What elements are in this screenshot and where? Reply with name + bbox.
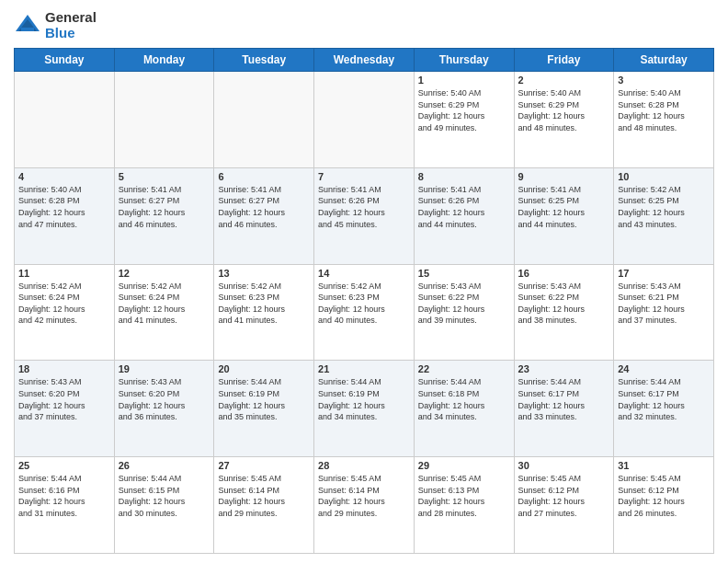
day-header-tuesday: Tuesday bbox=[214, 49, 314, 72]
day-header-wednesday: Wednesday bbox=[314, 49, 415, 72]
calendar-cell: 6Sunrise: 5:41 AM Sunset: 6:27 PM Daylig… bbox=[214, 167, 314, 264]
day-number: 10 bbox=[618, 171, 710, 182]
calendar-cell bbox=[114, 72, 214, 168]
day-info: Sunrise: 5:41 AM Sunset: 6:27 PM Dayligh… bbox=[218, 184, 310, 230]
calendar-cell: 11Sunrise: 5:42 AM Sunset: 6:24 PM Dayli… bbox=[15, 264, 115, 361]
day-info: Sunrise: 5:40 AM Sunset: 6:29 PM Dayligh… bbox=[518, 87, 610, 133]
day-header-monday: Monday bbox=[114, 49, 214, 72]
day-header-friday: Friday bbox=[514, 49, 614, 72]
calendar-cell: 31Sunrise: 5:45 AM Sunset: 6:12 PM Dayli… bbox=[614, 457, 714, 554]
calendar-cell: 1Sunrise: 5:40 AM Sunset: 6:29 PM Daylig… bbox=[414, 72, 514, 168]
day-number: 26 bbox=[119, 460, 210, 471]
day-number: 30 bbox=[518, 460, 610, 471]
day-number: 24 bbox=[618, 363, 710, 374]
day-number: 23 bbox=[518, 363, 610, 374]
day-info: Sunrise: 5:41 AM Sunset: 6:26 PM Dayligh… bbox=[418, 184, 510, 230]
day-info: Sunrise: 5:41 AM Sunset: 6:27 PM Dayligh… bbox=[119, 184, 210, 230]
day-info: Sunrise: 5:44 AM Sunset: 6:18 PM Dayligh… bbox=[418, 376, 510, 422]
day-info: Sunrise: 5:45 AM Sunset: 6:14 PM Dayligh… bbox=[218, 473, 310, 519]
calendar-header-row: SundayMondayTuesdayWednesdayThursdayFrid… bbox=[15, 49, 714, 72]
day-header-thursday: Thursday bbox=[414, 49, 514, 72]
calendar-week-row: 18Sunrise: 5:43 AM Sunset: 6:20 PM Dayli… bbox=[15, 361, 714, 457]
day-info: Sunrise: 5:42 AM Sunset: 6:24 PM Dayligh… bbox=[119, 281, 210, 327]
calendar-cell: 19Sunrise: 5:43 AM Sunset: 6:20 PM Dayli… bbox=[114, 361, 214, 457]
calendar-cell: 29Sunrise: 5:45 AM Sunset: 6:13 PM Dayli… bbox=[414, 457, 514, 554]
calendar-cell: 30Sunrise: 5:45 AM Sunset: 6:12 PM Dayli… bbox=[514, 457, 614, 554]
day-info: Sunrise: 5:40 AM Sunset: 6:28 PM Dayligh… bbox=[618, 87, 710, 133]
calendar-cell: 9Sunrise: 5:41 AM Sunset: 6:25 PM Daylig… bbox=[514, 167, 614, 264]
calendar-week-row: 25Sunrise: 5:44 AM Sunset: 6:16 PM Dayli… bbox=[15, 457, 714, 554]
calendar-cell: 27Sunrise: 5:45 AM Sunset: 6:14 PM Dayli… bbox=[214, 457, 314, 554]
calendar-cell: 21Sunrise: 5:44 AM Sunset: 6:19 PM Dayli… bbox=[314, 361, 415, 457]
day-info: Sunrise: 5:41 AM Sunset: 6:25 PM Dayligh… bbox=[518, 184, 610, 230]
day-info: Sunrise: 5:43 AM Sunset: 6:20 PM Dayligh… bbox=[119, 376, 210, 422]
day-info: Sunrise: 5:45 AM Sunset: 6:13 PM Dayligh… bbox=[418, 473, 510, 519]
day-number: 11 bbox=[18, 268, 110, 279]
calendar-cell: 14Sunrise: 5:42 AM Sunset: 6:23 PM Dayli… bbox=[314, 264, 415, 361]
day-number: 27 bbox=[218, 460, 310, 471]
page: General Blue SundayMondayTuesdayWednesda… bbox=[0, 0, 728, 563]
calendar-cell: 5Sunrise: 5:41 AM Sunset: 6:27 PM Daylig… bbox=[114, 167, 214, 264]
calendar-cell: 26Sunrise: 5:44 AM Sunset: 6:15 PM Dayli… bbox=[114, 457, 214, 554]
day-info: Sunrise: 5:45 AM Sunset: 6:14 PM Dayligh… bbox=[318, 473, 410, 519]
calendar-week-row: 1Sunrise: 5:40 AM Sunset: 6:29 PM Daylig… bbox=[15, 72, 714, 168]
day-number: 6 bbox=[218, 171, 310, 182]
day-info: Sunrise: 5:42 AM Sunset: 6:23 PM Dayligh… bbox=[318, 281, 410, 327]
day-number: 22 bbox=[418, 363, 510, 374]
day-info: Sunrise: 5:44 AM Sunset: 6:19 PM Dayligh… bbox=[318, 376, 410, 422]
calendar-cell: 10Sunrise: 5:42 AM Sunset: 6:25 PM Dayli… bbox=[614, 167, 714, 264]
day-info: Sunrise: 5:43 AM Sunset: 6:21 PM Dayligh… bbox=[618, 281, 710, 327]
calendar-cell: 22Sunrise: 5:44 AM Sunset: 6:18 PM Dayli… bbox=[414, 361, 514, 457]
calendar-cell: 23Sunrise: 5:44 AM Sunset: 6:17 PM Dayli… bbox=[514, 361, 614, 457]
calendar-cell: 13Sunrise: 5:42 AM Sunset: 6:23 PM Dayli… bbox=[214, 264, 314, 361]
calendar-table: SundayMondayTuesdayWednesdayThursdayFrid… bbox=[14, 48, 714, 554]
day-number: 28 bbox=[318, 460, 410, 471]
calendar-cell bbox=[214, 72, 314, 168]
calendar-cell: 15Sunrise: 5:43 AM Sunset: 6:22 PM Dayli… bbox=[414, 264, 514, 361]
day-number: 8 bbox=[418, 171, 510, 182]
day-number: 19 bbox=[119, 363, 210, 374]
day-number: 31 bbox=[618, 460, 710, 471]
day-number: 20 bbox=[218, 363, 310, 374]
day-info: Sunrise: 5:43 AM Sunset: 6:22 PM Dayligh… bbox=[418, 281, 510, 327]
day-info: Sunrise: 5:44 AM Sunset: 6:16 PM Dayligh… bbox=[18, 473, 110, 519]
day-number: 18 bbox=[18, 363, 110, 374]
calendar-cell bbox=[314, 72, 415, 168]
calendar-week-row: 4Sunrise: 5:40 AM Sunset: 6:28 PM Daylig… bbox=[15, 167, 714, 264]
day-info: Sunrise: 5:42 AM Sunset: 6:25 PM Dayligh… bbox=[618, 184, 710, 230]
day-number: 3 bbox=[618, 75, 710, 86]
day-number: 2 bbox=[518, 75, 610, 86]
logo-text: General Blue bbox=[45, 9, 97, 40]
calendar-cell: 8Sunrise: 5:41 AM Sunset: 6:26 PM Daylig… bbox=[414, 167, 514, 264]
calendar-cell: 16Sunrise: 5:43 AM Sunset: 6:22 PM Dayli… bbox=[514, 264, 614, 361]
calendar-cell: 17Sunrise: 5:43 AM Sunset: 6:21 PM Dayli… bbox=[614, 264, 714, 361]
day-info: Sunrise: 5:42 AM Sunset: 6:23 PM Dayligh… bbox=[218, 281, 310, 327]
day-header-sunday: Sunday bbox=[15, 49, 115, 72]
day-header-saturday: Saturday bbox=[614, 49, 714, 72]
day-number: 29 bbox=[418, 460, 510, 471]
calendar-cell: 24Sunrise: 5:44 AM Sunset: 6:17 PM Dayli… bbox=[614, 361, 714, 457]
day-info: Sunrise: 5:45 AM Sunset: 6:12 PM Dayligh… bbox=[618, 473, 710, 519]
calendar-cell: 28Sunrise: 5:45 AM Sunset: 6:14 PM Dayli… bbox=[314, 457, 415, 554]
logo: General Blue bbox=[14, 9, 97, 40]
day-number: 15 bbox=[418, 268, 510, 279]
calendar-cell: 12Sunrise: 5:42 AM Sunset: 6:24 PM Dayli… bbox=[114, 264, 214, 361]
day-number: 5 bbox=[119, 171, 210, 182]
calendar-cell: 3Sunrise: 5:40 AM Sunset: 6:28 PM Daylig… bbox=[614, 72, 714, 168]
day-info: Sunrise: 5:43 AM Sunset: 6:20 PM Dayligh… bbox=[18, 376, 110, 422]
calendar-cell: 25Sunrise: 5:44 AM Sunset: 6:16 PM Dayli… bbox=[15, 457, 115, 554]
day-info: Sunrise: 5:40 AM Sunset: 6:28 PM Dayligh… bbox=[18, 184, 110, 230]
day-info: Sunrise: 5:44 AM Sunset: 6:17 PM Dayligh… bbox=[618, 376, 710, 422]
day-info: Sunrise: 5:44 AM Sunset: 6:15 PM Dayligh… bbox=[119, 473, 210, 519]
calendar-cell: 4Sunrise: 5:40 AM Sunset: 6:28 PM Daylig… bbox=[15, 167, 115, 264]
day-number: 14 bbox=[318, 268, 410, 279]
day-number: 13 bbox=[218, 268, 310, 279]
day-number: 1 bbox=[418, 75, 510, 86]
day-number: 17 bbox=[618, 268, 710, 279]
day-info: Sunrise: 5:45 AM Sunset: 6:12 PM Dayligh… bbox=[518, 473, 610, 519]
calendar-cell bbox=[15, 72, 115, 168]
day-number: 25 bbox=[18, 460, 110, 471]
day-info: Sunrise: 5:44 AM Sunset: 6:17 PM Dayligh… bbox=[518, 376, 610, 422]
day-number: 9 bbox=[518, 171, 610, 182]
day-number: 21 bbox=[318, 363, 410, 374]
